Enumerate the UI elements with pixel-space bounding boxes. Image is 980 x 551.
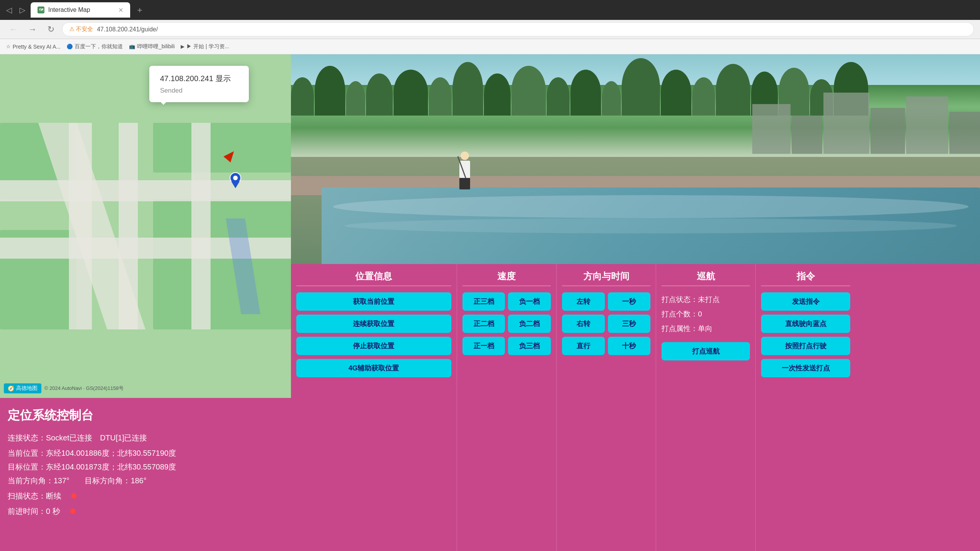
map-container[interactable]: 47.108.200.241 显示 Sended 🧭 高德地图 © 2 bbox=[0, 54, 291, 398]
direction-row-3: 直行 十秒 bbox=[562, 337, 650, 355]
backward-2-button[interactable]: 负二档 bbox=[508, 315, 551, 333]
get-current-position-button[interactable]: 获取当前位置 bbox=[296, 292, 451, 311]
bookmark-item-2[interactable]: 🔵 百度一下，你就知道 bbox=[67, 43, 123, 50]
reload-button[interactable]: ↻ bbox=[44, 23, 57, 36]
controls-grid: 位置信息 获取当前位置 连续获取位置 停止获取位置 4G辅助获取位置 速度 正三… bbox=[291, 264, 980, 551]
status-row-time: 前进时间：0 秒 bbox=[8, 504, 283, 518]
follow-waypoints-button[interactable]: 按照打点行驶 bbox=[761, 337, 850, 355]
turn-right-button[interactable]: 右转 bbox=[562, 315, 605, 333]
svg-marker-14 bbox=[231, 181, 240, 188]
forward-2-button[interactable]: 正二档 bbox=[462, 315, 505, 333]
window-forward-icon[interactable]: ▷ bbox=[17, 3, 28, 17]
water-pool bbox=[322, 187, 980, 264]
patrol-info: 打点状态：未打点 打点个数：0 打点属性：单向 bbox=[662, 292, 750, 336]
section-position-info: 位置信息 获取当前位置 连续获取位置 停止获取位置 4G辅助获取位置 bbox=[291, 264, 457, 551]
svg-point-13 bbox=[233, 176, 238, 180]
stop-get-position-button[interactable]: 停止获取位置 bbox=[296, 337, 451, 355]
url-field[interactable]: ⚠ 不安全 47.108.200.241/guide/ bbox=[62, 22, 974, 36]
speed-row-1: 正三档 负一档 bbox=[462, 292, 551, 311]
position-info-title: 位置信息 bbox=[296, 270, 451, 286]
new-tab-button[interactable]: ＋ bbox=[136, 4, 144, 16]
connection-label: 连接状态：Socket已连接 bbox=[8, 431, 92, 445]
location-pin bbox=[230, 172, 241, 190]
scan-status: 扫描状态：断续 bbox=[8, 489, 61, 503]
status-row-target-pos: 目标位置：东经104.001873度；北纬30.557089度 bbox=[8, 460, 283, 474]
scan-status-dot bbox=[71, 493, 77, 499]
video-feed bbox=[291, 54, 980, 264]
10sec-button[interactable]: 十秒 bbox=[608, 337, 651, 355]
svg-rect-8 bbox=[0, 180, 291, 201]
forward-button[interactable]: → bbox=[25, 23, 40, 36]
3sec-button[interactable]: 三秒 bbox=[608, 315, 651, 333]
section-direction: 方向与时间 左转 一秒 右转 三秒 直行 十秒 bbox=[557, 264, 656, 551]
send-command-button[interactable]: 发送指令 bbox=[761, 292, 850, 311]
straight-to-blue-button[interactable]: 直线驶向蓝点 bbox=[761, 315, 850, 333]
control-panel-title: 定位系统控制台 bbox=[8, 407, 283, 424]
direction-title: 方向与时间 bbox=[562, 270, 650, 286]
security-warning-icon: ⚠ 不安全 bbox=[69, 26, 93, 33]
forward-1-button[interactable]: 正一档 bbox=[462, 337, 505, 355]
control-panel: 定位系统控制台 连接状态：Socket已连接 DTU[1]已连接 当前位置：东经… bbox=[0, 398, 291, 551]
bookmarks-bar: ☆ Pretty & Sexy AI A... 🔵 百度一下，你就知道 📺 哔哩… bbox=[0, 39, 980, 54]
advance-time-dot bbox=[70, 509, 75, 514]
bookmark-item-4[interactable]: ▶ ▶ 开始 | 学习资... bbox=[181, 43, 229, 50]
map-attribution: 🧭 高德地图 © 2024 AutoNavi · GS(2024)1158号 bbox=[4, 383, 124, 393]
person-figure bbox=[459, 152, 470, 189]
speed-title: 速度 bbox=[462, 270, 551, 286]
tab-favicon: 🗺 bbox=[38, 7, 44, 13]
straight-button[interactable]: 直行 bbox=[562, 337, 605, 355]
section-command: 指令 发送指令 直线驶向蓝点 按照打点行驶 一次性发送打点 bbox=[756, 264, 855, 551]
target-angle: 目标方向角：186° bbox=[85, 474, 146, 487]
speed-row-2: 正二档 负二档 bbox=[462, 315, 551, 333]
direction-row-2: 右转 三秒 bbox=[562, 315, 650, 333]
backward-1-button[interactable]: 负一档 bbox=[508, 292, 551, 311]
tab-title: Interactive Map bbox=[48, 7, 114, 13]
window-back-icon[interactable]: ◁ bbox=[4, 3, 14, 17]
current-angle: 当前方向角：137° bbox=[8, 474, 69, 487]
speed-row-3: 正一档 负三档 bbox=[462, 337, 551, 355]
popup-sub: Sended bbox=[160, 87, 238, 95]
section-patrol: 巡航 打点状态：未打点 打点个数：0 打点属性：单向 打点巡航 bbox=[656, 264, 756, 551]
map-logo: 🧭 高德地图 bbox=[4, 383, 41, 393]
tab-close-button[interactable]: ✕ bbox=[118, 7, 123, 14]
control-status: 连接状态：Socket已连接 DTU[1]已连接 当前位置：东经104.0018… bbox=[8, 431, 283, 518]
active-tab[interactable]: 🗺 Interactive Map ✕ bbox=[31, 2, 130, 18]
backward-3-button[interactable]: 负三档 bbox=[508, 337, 551, 355]
advance-time: 前进时间：0 秒 bbox=[8, 504, 60, 518]
browser-chrome: ◁ ▷ 🗺 Interactive Map ✕ ＋ ← → ↻ ⚠ 不安全 47… bbox=[0, 0, 980, 54]
back-button[interactable]: ← bbox=[6, 23, 21, 36]
popup-title: 47.108.200.241 显示 bbox=[160, 73, 238, 84]
map-popup: 47.108.200.241 显示 Sended bbox=[149, 66, 249, 102]
status-row-angles: 当前方向角：137° 目标方向角：186° bbox=[8, 474, 283, 487]
section-speed: 速度 正三档 负一档 正二档 负二档 正一档 负三档 bbox=[457, 264, 557, 551]
patrol-waypoint-button[interactable]: 打点巡航 bbox=[662, 342, 750, 360]
patrol-attr-row: 打点属性：单向 bbox=[662, 321, 750, 336]
1sec-button[interactable]: 一秒 bbox=[608, 292, 651, 311]
svg-rect-7 bbox=[191, 123, 211, 329]
map-roads bbox=[0, 54, 291, 398]
buildings bbox=[752, 77, 980, 154]
send-all-waypoints-button[interactable]: 一次性发送打点 bbox=[761, 359, 850, 377]
4g-get-position-button[interactable]: 4G辅助获取位置 bbox=[296, 359, 451, 377]
camera-scene bbox=[291, 54, 980, 264]
get-continuous-position-button[interactable]: 连续获取位置 bbox=[296, 315, 451, 333]
right-panel: 位置信息 获取当前位置 连续获取位置 停止获取位置 4G辅助获取位置 速度 正三… bbox=[291, 54, 980, 551]
left-panel: 47.108.200.241 显示 Sended 🧭 高德地图 © 2 bbox=[0, 54, 291, 551]
command-title: 指令 bbox=[761, 270, 850, 286]
direction-row-1: 左转 一秒 bbox=[562, 292, 650, 311]
forward-3-button[interactable]: 正三档 bbox=[462, 292, 505, 311]
patrol-title: 巡航 bbox=[662, 270, 750, 286]
bookmark-item-3[interactable]: 📺 哔哩哔哩_bilibili bbox=[129, 43, 175, 50]
patrol-status-row: 打点状态：未打点 bbox=[662, 292, 750, 307]
turn-left-button[interactable]: 左转 bbox=[562, 292, 605, 311]
bookmark-item-1[interactable]: ☆ Pretty & Sexy AI A... bbox=[6, 44, 60, 50]
address-bar: ← → ↻ ⚠ 不安全 47.108.200.241/guide/ bbox=[0, 20, 980, 39]
status-row-scan: 扫描状态：断续 bbox=[8, 489, 283, 503]
patrol-count-row: 打点个数：0 bbox=[662, 307, 750, 321]
dtu-status: DTU[1]已连接 bbox=[100, 431, 147, 445]
url-text: 47.108.200.241/guide/ bbox=[97, 26, 158, 33]
tab-bar: ◁ ▷ 🗺 Interactive Map ✕ ＋ bbox=[0, 0, 980, 20]
status-row-connection: 连接状态：Socket已连接 DTU[1]已连接 bbox=[8, 431, 283, 445]
main-content: 47.108.200.241 显示 Sended 🧭 高德地图 © 2 bbox=[0, 54, 980, 551]
svg-rect-4 bbox=[153, 199, 291, 329]
